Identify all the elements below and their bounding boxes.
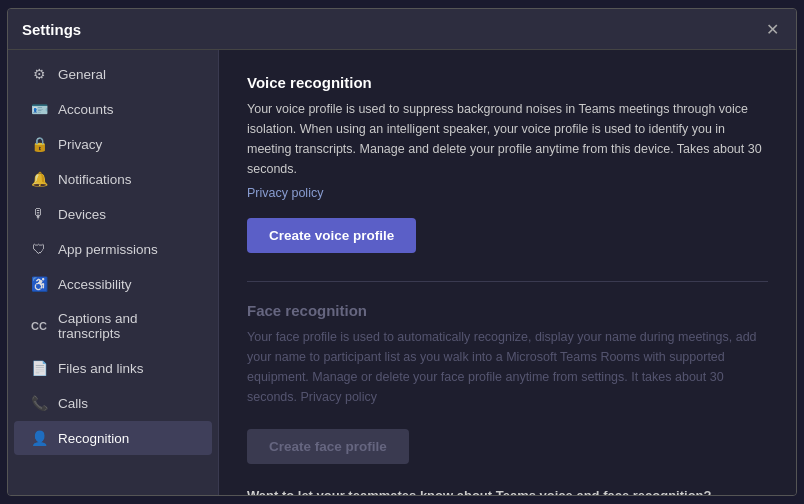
sidebar-item-files[interactable]: 📄 Files and links xyxy=(14,351,212,385)
face-recognition-description: Your face profile is used to automatical… xyxy=(247,327,768,407)
sidebar-item-calls[interactable]: 📞 Calls xyxy=(14,386,212,420)
window-title: Settings xyxy=(22,21,81,38)
face-recognition-title: Face recognition xyxy=(247,302,768,319)
sidebar-item-general[interactable]: ⚙ General xyxy=(14,57,212,91)
settings-window: Settings ✕ ⚙ General 🪪 Accounts 🔒 Privac… xyxy=(7,8,797,496)
sidebar-item-label: Accessibility xyxy=(58,277,132,292)
voice-recognition-section: Voice recognition Your voice profile is … xyxy=(247,74,768,277)
sidebar-item-label: Accounts xyxy=(58,102,114,117)
sidebar-item-label: Calls xyxy=(58,396,88,411)
create-face-profile-button: Create face profile xyxy=(247,429,409,464)
sidebar-item-label: Recognition xyxy=(58,431,129,446)
sidebar-item-label: Files and links xyxy=(58,361,144,376)
captions-icon: CC xyxy=(30,320,48,332)
sidebar-item-captions[interactable]: CC Captions and transcripts xyxy=(14,302,212,350)
accounts-icon: 🪪 xyxy=(30,101,48,117)
shield-icon: 🛡 xyxy=(30,241,48,257)
voice-privacy-policy-link[interactable]: Privacy policy xyxy=(247,186,323,200)
sidebar-item-label: General xyxy=(58,67,106,82)
sidebar-item-accessibility[interactable]: ♿ Accessibility xyxy=(14,267,212,301)
sidebar-item-accounts[interactable]: 🪪 Accounts xyxy=(14,92,212,126)
sidebar-item-label: Captions and transcripts xyxy=(58,311,196,341)
sidebar-item-label: App permissions xyxy=(58,242,158,257)
voice-recognition-title: Voice recognition xyxy=(247,74,768,91)
microphone-icon: 🎙 xyxy=(30,206,48,222)
lock-icon: 🔒 xyxy=(30,136,48,152)
accessibility-icon: ♿ xyxy=(30,276,48,292)
close-button[interactable]: ✕ xyxy=(762,19,782,39)
gear-icon: ⚙ xyxy=(30,66,48,82)
sidebar-item-devices[interactable]: 🎙 Devices xyxy=(14,197,212,231)
main-content: Voice recognition Your voice profile is … xyxy=(218,50,796,495)
phone-icon: 📞 xyxy=(30,395,48,411)
section-divider xyxy=(247,281,768,282)
sidebar-item-label: Privacy xyxy=(58,137,102,152)
face-recognition-section: Face recognition Your face profile is us… xyxy=(247,302,768,484)
bottom-section: Want to let your teammates know about Te… xyxy=(247,488,768,495)
voice-recognition-description: Your voice profile is used to suppress b… xyxy=(247,99,768,179)
sidebar-item-label: Devices xyxy=(58,207,106,222)
sidebar-item-notifications[interactable]: 🔔 Notifications xyxy=(14,162,212,196)
create-voice-profile-button[interactable]: Create voice profile xyxy=(247,218,416,253)
file-icon: 📄 xyxy=(30,360,48,376)
sidebar-item-privacy[interactable]: 🔒 Privacy xyxy=(14,127,212,161)
content-area: ⚙ General 🪪 Accounts 🔒 Privacy 🔔 Notific… xyxy=(8,50,796,495)
titlebar: Settings ✕ xyxy=(8,9,796,50)
sidebar: ⚙ General 🪪 Accounts 🔒 Privacy 🔔 Notific… xyxy=(8,50,218,495)
sidebar-item-label: Notifications xyxy=(58,172,132,187)
sidebar-item-app-permissions[interactable]: 🛡 App permissions xyxy=(14,232,212,266)
sidebar-item-recognition[interactable]: 👤 Recognition xyxy=(14,421,212,455)
person-icon: 👤 xyxy=(30,430,48,446)
face-privacy-policy-link[interactable]: Privacy policy xyxy=(301,390,377,404)
bell-icon: 🔔 xyxy=(30,171,48,187)
bottom-question: Want to let your teammates know about Te… xyxy=(247,488,768,495)
